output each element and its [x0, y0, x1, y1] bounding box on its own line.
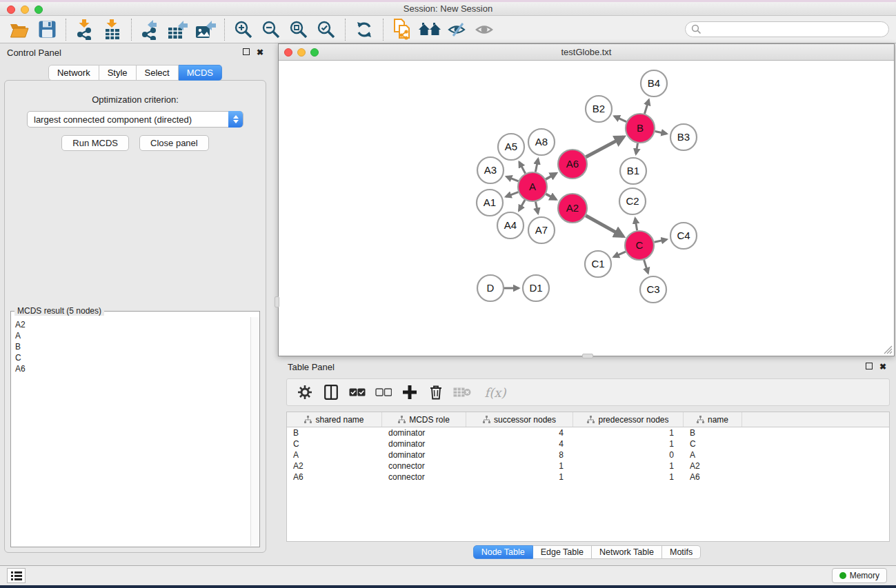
tab-node-table[interactable]: Node Table [473, 545, 533, 559]
graph-node-A5[interactable]: A5 [498, 134, 524, 160]
result-scrollbar[interactable] [250, 317, 259, 546]
edge-B-B2[interactable] [615, 116, 626, 122]
show-panel-button[interactable] [471, 18, 499, 41]
export-table-button[interactable] [164, 18, 192, 41]
edge-A-A3[interactable] [506, 176, 518, 181]
column-header-successor-nodes[interactable]: successor nodes [466, 412, 573, 427]
zoom-fit-button[interactable] [285, 18, 312, 41]
tab-edge-table[interactable]: Edge Table [533, 545, 592, 559]
column-header-name[interactable]: name [684, 412, 742, 427]
edge-A-A7[interactable] [535, 202, 538, 214]
edge-C-C4[interactable] [654, 239, 666, 242]
export-network-button[interactable] [137, 18, 164, 41]
mcds-result-item[interactable]: A [15, 330, 250, 341]
deselect-all-button[interactable] [372, 382, 395, 403]
edge-A2-C[interactable] [586, 216, 623, 236]
close-table-panel-icon[interactable]: ✖ [879, 363, 886, 371]
graph-node-C1[interactable]: C1 [585, 251, 611, 277]
tab-motifs[interactable]: Motifs [662, 545, 701, 559]
graph-node-B3[interactable]: B3 [670, 124, 697, 150]
show-columns-button[interactable] [320, 382, 342, 403]
table-row[interactable]: Bdominator41B [287, 427, 889, 438]
tab-network-table[interactable]: Network Table [592, 545, 662, 559]
node-table[interactable]: shared nameMCDS rolesuccessor nodesprede… [286, 412, 890, 542]
column-header-shared-name[interactable]: shared name [287, 412, 382, 427]
select-all-button[interactable] [346, 382, 368, 403]
mcds-result-item[interactable]: C [15, 352, 250, 363]
mcds-result-item[interactable]: A6 [15, 363, 250, 374]
close-window-button[interactable] [7, 6, 15, 14]
graph-node-C2[interactable]: C2 [619, 188, 646, 214]
graph-node-C4[interactable]: C4 [670, 223, 697, 249]
clone-network-button[interactable] [388, 18, 416, 41]
edge-A-A5[interactable] [519, 162, 526, 174]
task-history-button[interactable] [7, 568, 26, 583]
graph-node-B1[interactable]: B1 [620, 158, 646, 184]
graph-node-B2[interactable]: B2 [586, 96, 612, 122]
zoom-in-button[interactable] [230, 18, 257, 41]
table-row[interactable]: A2connector11A2 [287, 460, 889, 472]
edge-A-A1[interactable] [506, 192, 518, 197]
network-graph[interactable]: B4B2BB3A5A8A3A6B1AA1C2A2A4A7C4CC1C3DD1 [279, 61, 894, 356]
graph-node-A[interactable]: A [518, 172, 547, 201]
graph-node-A2[interactable]: A2 [558, 194, 587, 223]
graph-node-A1[interactable]: A1 [477, 190, 503, 216]
graph-node-C3[interactable]: C3 [640, 276, 666, 303]
graph-node-A6[interactable]: A6 [558, 150, 587, 179]
edge-C-C2[interactable] [635, 219, 637, 231]
graph-node-A8[interactable]: A8 [528, 129, 555, 155]
delete-row-button[interactable] [425, 382, 447, 403]
splitpane-grip-vertical[interactable] [275, 296, 279, 307]
function-builder-button[interactable]: f(x) [477, 382, 513, 403]
network-canvas[interactable]: B4B2BB3A5A8A3A6B1AA1C2A2A4A7C4CC1C3DD1 [279, 61, 894, 356]
edge-A-A8[interactable] [535, 159, 538, 172]
tab-select[interactable]: Select [137, 65, 179, 81]
edge-B-B4[interactable] [644, 100, 648, 114]
graph-node-D1[interactable]: D1 [523, 275, 549, 301]
graph-node-A4[interactable]: A4 [497, 212, 524, 239]
edge-C-C1[interactable] [614, 252, 626, 257]
add-row-button[interactable] [399, 382, 421, 403]
edge-A6-B[interactable] [586, 137, 624, 157]
import-network-button[interactable] [71, 18, 99, 41]
edge-A-A6[interactable] [546, 173, 556, 179]
minimize-window-button[interactable] [21, 6, 29, 14]
window-resize-grip[interactable] [884, 345, 893, 354]
edge-A-A2[interactable] [546, 194, 556, 199]
mcds-result-item[interactable]: A2 [15, 319, 250, 330]
export-image-button[interactable] [192, 18, 219, 41]
save-session-button[interactable] [33, 18, 61, 41]
float-panel-icon[interactable] [243, 48, 250, 57]
graph-node-B[interactable]: B [626, 114, 655, 143]
zoom-out-button[interactable] [257, 18, 285, 41]
edge-B-B1[interactable] [636, 143, 638, 154]
minimize-network-button[interactable] [297, 48, 306, 57]
tab-style[interactable]: Style [99, 65, 137, 81]
column-header-mcds-role[interactable]: MCDS role [382, 412, 466, 427]
close-panel-icon[interactable]: ✖ [257, 48, 263, 57]
column-header-predecessor-nodes[interactable]: predecessor nodes [573, 412, 684, 427]
import-table-button[interactable] [99, 18, 126, 41]
mcds-result-item[interactable]: B [15, 341, 250, 352]
graph-node-A3[interactable]: A3 [477, 157, 504, 183]
splitpane-grip-horizontal[interactable] [582, 354, 593, 358]
hide-panel-button[interactable] [444, 18, 471, 41]
refresh-button[interactable] [350, 18, 378, 41]
table-settings-button[interactable] [294, 382, 316, 403]
search-input[interactable] [685, 21, 889, 37]
graph-node-C[interactable]: C [625, 231, 654, 260]
graph-node-B4[interactable]: B4 [641, 70, 667, 97]
mcds-result-list[interactable]: A2ABCA6 [12, 317, 250, 546]
open-file-button[interactable] [6, 18, 33, 41]
zoom-network-button[interactable] [310, 48, 319, 57]
float-table-panel-icon[interactable] [866, 363, 873, 371]
memory-button[interactable]: Memory [832, 568, 887, 583]
graph-node-A7[interactable]: A7 [528, 217, 555, 243]
tab-mcds[interactable]: MCDS [179, 65, 222, 81]
zoom-selected-button[interactable] [312, 18, 340, 41]
graph-node-D[interactable]: D [477, 275, 504, 301]
table-row[interactable]: A6connector11A6 [287, 472, 889, 483]
close-network-button[interactable] [284, 48, 292, 57]
table-row[interactable]: Cdominator41C [287, 438, 889, 449]
run-mcds-button[interactable]: Run MCDS [61, 135, 129, 151]
